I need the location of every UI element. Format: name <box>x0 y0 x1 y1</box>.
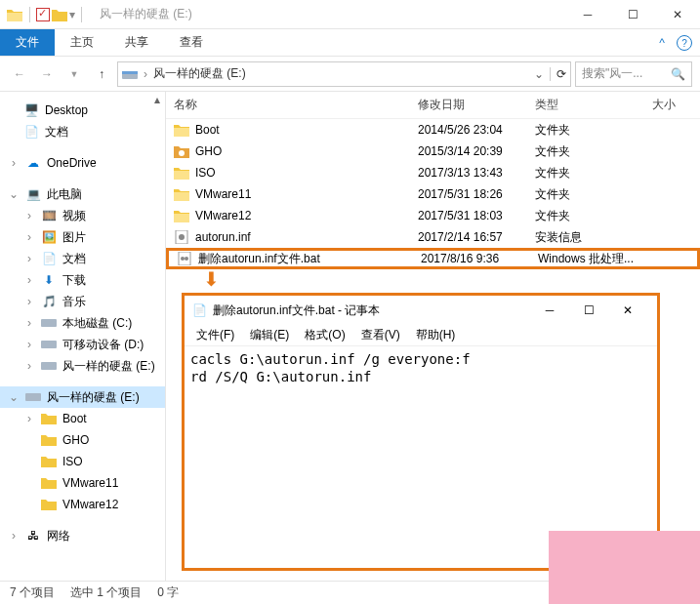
svg-rect-3 <box>41 341 57 348</box>
tree-pictures[interactable]: ›🖼️图片 <box>0 226 165 248</box>
file-row[interactable]: VMware112017/5/31 18:26文件夹 <box>166 183 700 205</box>
file-row[interactable]: autorun.inf2017/2/14 16:57安装信息 <box>166 226 700 248</box>
file-row[interactable]: ISO2017/3/13 13:43文件夹 <box>166 162 700 183</box>
notepad-menu-view[interactable]: 查看(V) <box>355 327 406 343</box>
file-name: 删除autorun.inf文件.bat <box>198 251 320 267</box>
tree-documents[interactable]: ›📄文档 <box>0 248 165 269</box>
file-name: ISO <box>195 166 216 180</box>
notepad-minimize[interactable]: ─ <box>536 303 563 317</box>
notepad-menu-help[interactable]: 帮助(H) <box>410 327 462 343</box>
app-icon <box>6 6 23 23</box>
file-row[interactable]: VMware122017/5/31 18:03文件夹 <box>166 205 700 226</box>
forward-button[interactable]: → <box>35 62 59 86</box>
search-icon[interactable]: 🔍 <box>671 67 685 81</box>
file-row[interactable]: GHO2015/3/14 20:39文件夹 <box>166 141 700 162</box>
file-type: 文件夹 <box>527 143 644 160</box>
tab-home[interactable]: 主页 <box>55 29 109 56</box>
file-date: 2017/3/13 13:43 <box>410 166 527 180</box>
notepad-menubar: 文件(F) 编辑(E) 格式(O) 查看(V) 帮助(H) <box>185 325 657 346</box>
breadcrumb-sep: › <box>144 67 147 81</box>
scroll-up-icon[interactable]: ▴ <box>149 92 165 107</box>
svg-point-8 <box>179 234 185 240</box>
qat-overflow[interactable]: ▾ <box>69 8 75 21</box>
tree-folder-gho[interactable]: GHO <box>0 429 165 451</box>
file-name: Boot <box>195 123 220 137</box>
refresh-button[interactable]: ⟳ <box>550 67 566 81</box>
tree-desktop[interactable]: 🖥️Desktop <box>0 100 165 121</box>
search-box[interactable]: 搜索"风一... 🔍 <box>575 61 692 87</box>
tree-drive-c[interactable]: ›本地磁盘 (C:) <box>0 312 165 334</box>
notepad-title: 删除autorun.inf文件.bat - 记事本 <box>213 302 530 319</box>
address-dropdown[interactable]: ⌄ <box>534 67 544 81</box>
tree-folder-iso[interactable]: ISO <box>0 451 165 472</box>
svg-point-11 <box>185 257 188 261</box>
file-name: VMware11 <box>195 187 251 201</box>
tree-thispc[interactable]: ⌄💻此电脑 <box>0 183 165 205</box>
tree-downloads[interactable]: ›⬇下载 <box>0 269 165 291</box>
navigation-bar: ← → ▼ ↑ › 风一样的硬盘 (E:) ⌄ ⟳ 搜索"风一... 🔍 <box>0 57 700 92</box>
tree-folder-vmware12[interactable]: VMware12 <box>0 494 165 515</box>
file-type: 文件夹 <box>527 122 644 139</box>
notepad-maximize[interactable]: ☐ <box>575 303 602 317</box>
file-date: 2014/5/26 23:04 <box>410 123 527 137</box>
status-item-count: 7 个项目 <box>10 584 55 601</box>
notepad-menu-edit[interactable]: 编辑(E) <box>244 327 295 343</box>
file-type: 文件夹 <box>527 208 644 224</box>
watermark-overlay <box>549 531 700 604</box>
tree-scrollbar[interactable]: ▴ <box>149 92 165 581</box>
col-name[interactable]: 名称 <box>166 97 410 113</box>
folder-icon[interactable] <box>52 8 67 21</box>
file-name: autorun.inf <box>195 230 251 244</box>
help-button[interactable]: ? <box>677 35 692 51</box>
file-date: 2017/8/16 9:36 <box>413 252 530 265</box>
breadcrumb-item[interactable]: 风一样的硬盘 (E:) <box>153 65 246 82</box>
svg-point-6 <box>179 150 185 156</box>
recent-dropdown[interactable]: ▼ <box>62 62 86 86</box>
svg-rect-5 <box>25 393 41 401</box>
notepad-menu-format[interactable]: 格式(O) <box>299 327 350 343</box>
tab-share[interactable]: 共享 <box>109 29 164 56</box>
notepad-window: 📄 删除autorun.inf文件.bat - 记事本 ─ ☐ ✕ 文件(F) … <box>182 293 660 571</box>
col-size[interactable]: 大小 <box>644 97 700 113</box>
close-button[interactable]: ✕ <box>655 0 700 29</box>
minimize-button[interactable]: ─ <box>565 0 610 29</box>
col-type[interactable]: 类型 <box>527 97 644 113</box>
address-bar[interactable]: › 风一样的硬盘 (E:) ⌄ ⟳ <box>117 61 571 87</box>
tree-folder-boot[interactable]: ›Boot <box>0 408 165 429</box>
tree-videos[interactable]: ›🎞️视频 <box>0 205 165 226</box>
maximize-button[interactable]: ☐ <box>610 0 655 29</box>
tree-folder-vmware11[interactable]: VMware11 <box>0 472 165 494</box>
drive-icon <box>122 67 138 81</box>
search-placeholder: 搜索"风一... <box>582 65 642 82</box>
up-button[interactable]: ↑ <box>90 62 113 86</box>
ribbon-collapse[interactable]: ^ <box>647 29 677 56</box>
svg-rect-2 <box>41 319 57 327</box>
tree-drive-e2[interactable]: ⌄风一样的硬盘 (E:) <box>0 386 165 408</box>
notepad-menu-file[interactable]: 文件(F) <box>190 327 240 343</box>
file-type: 文件夹 <box>527 165 644 181</box>
file-type: 安装信息 <box>527 229 644 246</box>
qat-checkbox[interactable] <box>36 8 50 21</box>
tree-drive-d[interactable]: ›可移动设备 (D:) <box>0 334 165 355</box>
back-button[interactable]: ← <box>8 62 31 86</box>
file-date: 2017/2/14 16:57 <box>410 230 527 244</box>
tree-onedrive[interactable]: ›☁OneDrive <box>0 152 165 174</box>
window-title: 风一样的硬盘 (E:) <box>92 6 565 22</box>
notepad-icon: 📄 <box>192 303 207 317</box>
tab-view[interactable]: 查看 <box>164 29 219 56</box>
tab-file[interactable]: 文件 <box>0 29 55 56</box>
tree-drive-e1[interactable]: ›风一样的硬盘 (E:) <box>0 355 165 377</box>
col-date[interactable]: 修改日期 <box>410 97 527 113</box>
tree-music[interactable]: ›🎵音乐 <box>0 291 165 312</box>
file-type: 文件夹 <box>527 186 644 203</box>
file-row[interactable]: Boot2014/5/26 23:04文件夹 <box>166 119 700 141</box>
notepad-close[interactable]: ✕ <box>614 303 641 317</box>
file-row[interactable]: 删除autorun.inf文件.bat2017/8/16 9:36Windows… <box>166 248 700 269</box>
tree-documents-quick[interactable]: 📄文档 <box>0 121 165 142</box>
tree-network[interactable]: ›🖧网络 <box>0 525 165 546</box>
svg-rect-1 <box>122 71 138 74</box>
file-type: Windows 批处理... <box>530 251 647 267</box>
navigation-tree: 🖥️Desktop 📄文档 ›☁OneDrive ⌄💻此电脑 ›🎞️视频 ›🖼️… <box>0 92 166 581</box>
file-name: VMware12 <box>195 209 251 222</box>
column-headers: 名称 修改日期 类型 大小 <box>166 92 700 119</box>
